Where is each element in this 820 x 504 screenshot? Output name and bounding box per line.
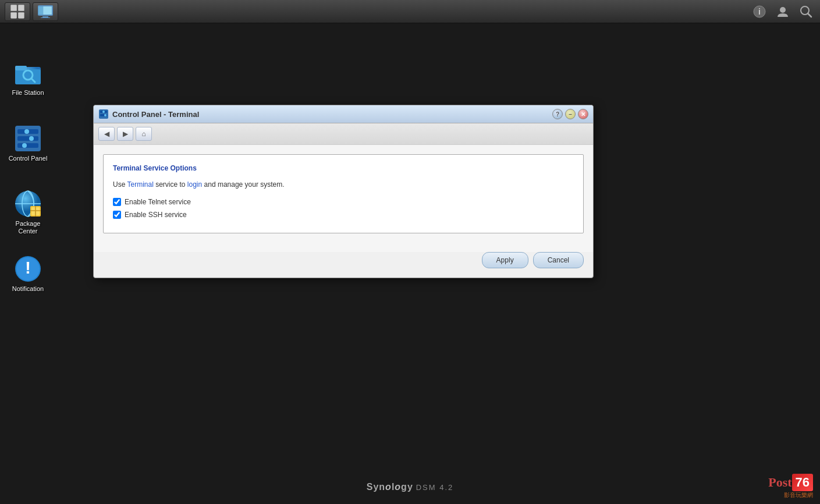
apply-button[interactable]: Apply: [482, 252, 528, 268]
dialog-controls: ? – ✕: [552, 109, 588, 119]
nav-forward-button[interactable]: ▶: [117, 127, 133, 141]
svg-rect-23: [17, 136, 38, 141]
checkbox-row-telnet: Enable Telnet service: [113, 198, 574, 206]
post76-76: 76: [792, 474, 813, 491]
svg-text:!: !: [25, 258, 31, 277]
dialog-control-panel-terminal: Control Panel - Terminal ? – ✕ ◀ ▶ ⌂ Ter…: [93, 105, 594, 278]
svg-rect-16: [15, 69, 41, 84]
synology-brand: Synology: [367, 482, 413, 492]
svg-point-12: [780, 7, 786, 13]
dialog-title-text: Control Panel - Terminal: [112, 110, 552, 119]
dialog-title-icon: [98, 109, 109, 119]
post76-badge: Post 76 影音玩樂網: [768, 474, 813, 499]
desktop-icon-control-panel[interactable]: Control Panel: [5, 121, 51, 166]
svg-line-14: [808, 13, 811, 17]
nav-home-button[interactable]: ⌂: [136, 127, 152, 141]
info-button[interactable]: i: [750, 2, 769, 21]
taskbar: i: [0, 0, 820, 23]
monitor-view-button[interactable]: [33, 2, 58, 21]
svg-rect-0: [10, 5, 16, 10]
notification-label: Notification: [12, 285, 44, 293]
dialog-footer: Apply Cancel: [94, 252, 593, 278]
dsm-version: DSM 4.2: [416, 483, 454, 492]
svg-point-41: [104, 114, 107, 116]
terminal-options-box: Terminal Service Options Use Terminal se…: [103, 154, 584, 233]
taskbar-right: i: [750, 2, 815, 21]
dialog-close-button[interactable]: ✕: [578, 109, 588, 119]
telnet-checkbox[interactable]: [113, 198, 121, 206]
dialog-content: Terminal Service Options Use Terminal se…: [94, 145, 593, 252]
telnet-label: Enable Telnet service: [125, 198, 191, 206]
branding: Synology DSM 4.2: [367, 482, 454, 492]
options-description: Use Terminal service to login and manage…: [113, 179, 574, 190]
svg-rect-6: [38, 6, 43, 15]
svg-text:i: i: [758, 7, 761, 16]
svg-rect-17: [15, 66, 27, 70]
svg-rect-3: [18, 12, 24, 18]
dialog-navbar: ◀ ▶ ⌂: [94, 123, 593, 145]
desktop-icon-package-center[interactable]: Package Center: [5, 186, 51, 239]
post76-tagline: 影音玩樂網: [784, 491, 813, 499]
desktop-icon-notification[interactable]: ! Notification: [5, 251, 51, 296]
dialog-titlebar: Control Panel - Terminal ? – ✕: [94, 105, 593, 123]
control-panel-label: Control Panel: [9, 155, 48, 162]
user-button[interactable]: [773, 2, 792, 21]
ssh-label: Enable SSH service: [125, 211, 187, 219]
dialog-minimize-button[interactable]: –: [565, 109, 576, 119]
svg-rect-25: [17, 143, 38, 148]
post76-number: Post: [768, 475, 791, 490]
desktop: File Station Control Panel: [0, 23, 820, 504]
search-button[interactable]: [797, 2, 815, 21]
svg-rect-8: [42, 16, 48, 17]
cancel-button[interactable]: Cancel: [533, 252, 584, 268]
desktop-icon-file-station[interactable]: File Station: [5, 55, 51, 100]
file-station-label: File Station: [12, 89, 44, 97]
dialog-help-button[interactable]: ?: [552, 109, 563, 119]
svg-point-22: [24, 129, 29, 134]
options-box-title: Terminal Service Options: [113, 164, 574, 172]
grid-view-button[interactable]: [5, 2, 30, 21]
svg-rect-7: [44, 6, 52, 15]
checkbox-row-ssh: Enable SSH service: [113, 211, 574, 219]
svg-point-26: [22, 143, 27, 148]
svg-rect-1: [18, 5, 24, 10]
ssh-checkbox[interactable]: [113, 211, 121, 219]
svg-point-39: [102, 111, 105, 113]
svg-rect-9: [41, 17, 50, 18]
svg-rect-2: [10, 12, 16, 18]
svg-point-24: [29, 136, 34, 141]
package-center-label: Package Center: [16, 220, 41, 235]
nav-back-button[interactable]: ◀: [98, 127, 115, 141]
